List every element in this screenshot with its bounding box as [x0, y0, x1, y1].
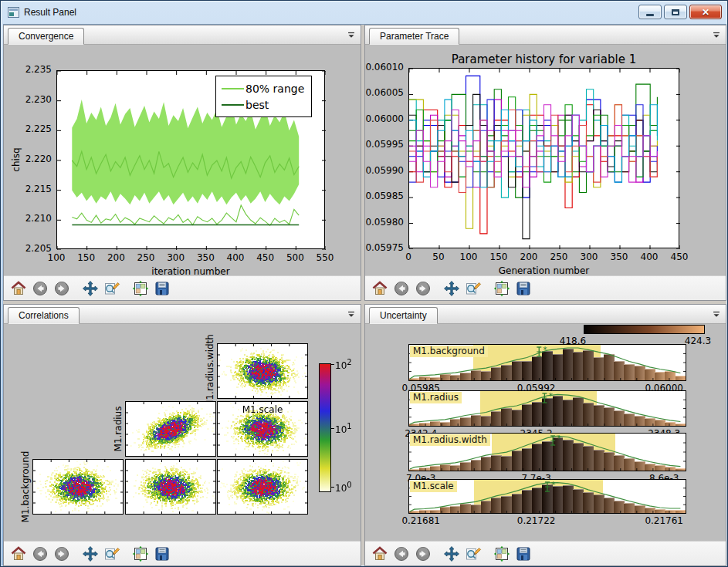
row-variable-label: M1.radius [113, 407, 124, 452]
forward-icon [53, 545, 70, 562]
save-button[interactable] [151, 543, 173, 564]
forward-button[interactable] [412, 543, 434, 564]
window-content: Convergence 1001502002503003504004505005… [3, 24, 726, 565]
pan-button[interactable] [80, 278, 101, 299]
row-variable-label: M1.background [20, 451, 31, 523]
tab-dropdown-button[interactable] [709, 29, 723, 42]
tick-label: 0.05980 [365, 217, 404, 228]
tab-dropdown-button[interactable] [344, 308, 357, 321]
exponent: 0 [347, 481, 351, 489]
pan-button[interactable] [441, 278, 462, 299]
pan-icon [443, 280, 460, 297]
tab-dropdown-button[interactable] [709, 308, 723, 321]
home-button[interactable] [369, 543, 391, 564]
zoom-rect-icon [465, 280, 482, 297]
zoom-rect-button[interactable] [462, 543, 484, 564]
back-icon [32, 545, 49, 562]
histogram-tick-label: 0.21681 [394, 515, 448, 526]
best-value-star: * [543, 345, 547, 355]
chart-title: Parameter history for variable 1 [428, 52, 660, 66]
uncertainty-histogram: *M1.radius [408, 390, 686, 427]
forward-button[interactable] [51, 543, 73, 564]
configure-subplots-icon [132, 545, 149, 562]
tab-dropdown-button[interactable] [344, 29, 357, 42]
legend-entry: best [222, 96, 304, 113]
caption-buttons: ✕ [638, 5, 722, 19]
toolbar-uncertainty [365, 541, 726, 565]
pan-icon [443, 545, 460, 562]
tick-label: 50 [423, 251, 454, 262]
zoom-rect-icon [103, 545, 120, 562]
tick-label: 2.220 [18, 154, 52, 164]
back-button[interactable] [391, 278, 412, 299]
configure-subplots-icon [493, 545, 510, 562]
configure-subplots-button[interactable] [130, 543, 151, 564]
tab-uncertainty[interactable]: Uncertainty [369, 307, 438, 324]
colorbar-tick [331, 487, 334, 488]
home-icon [10, 545, 27, 562]
pan-icon [82, 545, 99, 562]
tick-label: 0.05975 [365, 242, 404, 253]
close-button[interactable]: ✕ [689, 5, 722, 19]
save-icon [154, 545, 171, 562]
save-button[interactable] [513, 278, 534, 299]
save-button[interactable] [513, 543, 534, 564]
home-button[interactable] [369, 278, 391, 299]
home-button[interactable] [8, 543, 29, 564]
tick-label: 450 [664, 251, 695, 262]
save-button[interactable] [151, 278, 173, 299]
result-panel-window: Result Panel ✕ Convergence 1001502002503… [0, 0, 728, 567]
uncertainty-colorbar [584, 325, 705, 334]
correlation-heatmap-canvas [218, 460, 307, 514]
tick-label: 450 [250, 252, 281, 263]
forward-button[interactable] [51, 278, 73, 299]
tab-parameter-trace[interactable]: Parameter Trace [369, 28, 459, 45]
parameter-name-chip: M1.scale [410, 481, 457, 492]
tick-label: 0 [393, 251, 424, 262]
tick-label: 500 [279, 252, 310, 263]
forward-icon [415, 280, 432, 297]
path [72, 205, 299, 225]
back-button[interactable] [391, 543, 412, 564]
zoom-rect-button[interactable] [101, 543, 123, 564]
maximize-button[interactable] [664, 5, 687, 19]
tick-label: 350 [190, 252, 221, 263]
histogram-tick-label: 0.21722 [510, 515, 564, 526]
tabbar-parameter-trace: Parameter Trace [365, 25, 726, 45]
tabbar-correlations: Correlations [4, 305, 361, 324]
pan-button[interactable] [80, 543, 101, 564]
configure-subplots-button[interactable] [491, 543, 513, 564]
pan-button[interactable] [441, 543, 462, 564]
path [409, 97, 657, 187]
configure-subplots-icon [493, 280, 510, 297]
best-value-star: * [551, 480, 556, 490]
panel-uncertainty: Uncertainty 418.6424.3*M1.background0.05… [364, 304, 726, 566]
x-axis-label: Generation number [483, 265, 606, 275]
configure-subplots-button[interactable] [130, 278, 151, 299]
forward-button[interactable] [412, 278, 434, 299]
minimize-button[interactable] [638, 5, 662, 19]
tick-label: 400 [634, 251, 665, 262]
home-button[interactable] [8, 278, 29, 299]
panel-convergence: Convergence 1001502002503003504004505005… [3, 25, 361, 301]
toolbar-parameter-trace [365, 275, 726, 300]
zoom-rect-button[interactable] [462, 278, 484, 299]
tick-label: 250 [130, 252, 161, 263]
path [409, 105, 657, 234]
correlation-heatmap-canvas [126, 460, 215, 514]
tick-label: 350 [604, 251, 635, 262]
legend-label: best [245, 99, 269, 111]
configure-subplots-button[interactable] [491, 278, 513, 299]
legend-label: 80% range [245, 83, 304, 95]
tick-label: 300 [574, 251, 604, 262]
minimize-icon [646, 14, 654, 16]
tab-correlations[interactable]: Correlations [8, 307, 80, 324]
tab-convergence[interactable]: Convergence [8, 28, 84, 45]
uncertainty-histogram: *M1.scale [408, 479, 686, 514]
close-icon: ✕ [702, 8, 709, 17]
tick-label: 250 [543, 251, 574, 262]
zoom-rect-button[interactable] [101, 278, 123, 299]
zoom-rect-icon [103, 280, 120, 297]
back-button[interactable] [29, 543, 51, 564]
back-button[interactable] [29, 278, 51, 299]
